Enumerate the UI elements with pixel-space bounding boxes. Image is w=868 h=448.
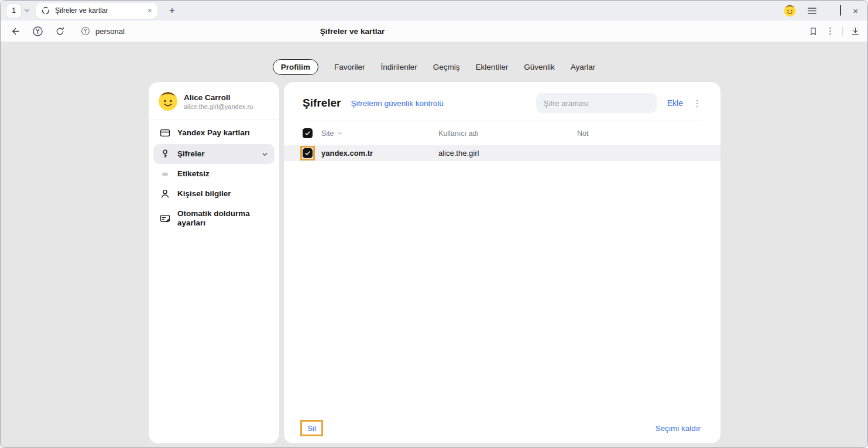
profile-name: Alice Carroll	[184, 93, 253, 102]
tab-indirilenler[interactable]: İndirilenler	[381, 63, 417, 71]
site-badge-icon[interactable]	[80, 26, 91, 36]
row-site: yandex.com.tr	[321, 149, 438, 158]
tag-icon	[159, 170, 171, 178]
panel-footer: Sil Seçimi kaldır	[284, 413, 721, 443]
profile-card[interactable]: Alice Carroll alice.the.girl@yandex.ru	[149, 86, 279, 118]
sort-chevron-icon[interactable]	[337, 131, 342, 136]
maximize-button[interactable]	[840, 5, 841, 16]
sidebar-item-autofill-settings[interactable]: Otomatik doldurma ayarları	[153, 205, 275, 232]
sidebar: Alice Carroll alice.the.girl@yandex.ru Y…	[149, 82, 279, 443]
column-site[interactable]: Site	[321, 129, 334, 138]
tab-favoriler[interactable]: Favoriler	[334, 63, 365, 71]
tab-group-badge[interactable]: 1	[6, 4, 21, 18]
browser-panels-icon[interactable]	[808, 7, 816, 15]
security-check-link[interactable]: Şifrelerin güvenlik kontrolü	[351, 99, 443, 108]
tab-title: Şifreler ve kartlar	[55, 6, 143, 15]
tab-strip: 1 Şifreler ve kartlar × +	[1, 1, 867, 20]
password-search-input[interactable]	[536, 93, 657, 113]
new-tab-button[interactable]: +	[164, 5, 180, 16]
browser-logo-icon	[41, 6, 50, 15]
bank-card-icon	[159, 127, 171, 139]
settings-nav-tabs: Profilim Favoriler İndirilenler Geçmiş E…	[1, 59, 867, 75]
toolbar-menu-icon[interactable]: ⋮	[826, 26, 835, 36]
sidebar-divider	[149, 119, 279, 119]
table-header: Site Kullanıcı adı Not	[284, 121, 721, 145]
yandex-home-button[interactable]	[30, 23, 45, 39]
row-checkbox[interactable]	[303, 148, 313, 158]
sidebar-item-yandex-pay-cards[interactable]: Yandex Pay kartları	[153, 123, 275, 143]
tab-eklentiler[interactable]: Eklentiler	[476, 63, 509, 71]
tab-gecmis[interactable]: Geçmiş	[433, 63, 460, 71]
browser-tab[interactable]: Şifreler ve kartlar ×	[36, 3, 157, 19]
profile-email: alice.the.girl@yandex.ru	[184, 103, 253, 110]
address-bar[interactable]: personal Şifreler ve kartlar	[80, 23, 802, 40]
row-username: alice.the.girl	[438, 149, 577, 158]
browser-window: 1 Şifreler ve kartlar × +	[0, 0, 868, 448]
browser-toolbar: personal Şifreler ve kartlar ⋮	[1, 20, 867, 42]
select-all-checkbox[interactable]	[303, 128, 313, 138]
sidebar-item-untagged[interactable]: Etiketsiz	[153, 165, 275, 183]
panel-title: Şifreler	[303, 97, 341, 110]
back-button[interactable]	[8, 23, 23, 39]
window-close-button[interactable]: ×	[853, 6, 858, 15]
column-username[interactable]: Kullanıcı adı	[438, 129, 577, 138]
toolbar-page-title: Şifreler ve kartlar	[320, 27, 385, 36]
delete-button[interactable]: Sil	[307, 424, 316, 433]
toolbar-divider	[842, 26, 843, 36]
annotation-highlight: Sil	[300, 420, 323, 436]
avatar	[158, 91, 178, 111]
tab-group-chevron-icon[interactable]	[24, 8, 30, 13]
tab-close-icon[interactable]: ×	[147, 6, 152, 15]
bookmark-icon[interactable]	[808, 26, 818, 36]
person-icon	[159, 188, 171, 200]
passwords-panel: Şifreler Şifrelerin güvenlik kontrolü Ek…	[284, 82, 721, 443]
annotation-highlight	[300, 146, 315, 160]
tab-ayarlar[interactable]: Ayarlar	[571, 63, 596, 71]
autofill-icon	[159, 213, 171, 224]
panel-menu-icon[interactable]: ⋮	[692, 98, 702, 109]
clear-selection-button[interactable]: Seçimi kaldır	[656, 424, 701, 433]
download-icon[interactable]	[850, 26, 860, 36]
tab-profilim[interactable]: Profilim	[273, 59, 318, 75]
refresh-button[interactable]	[52, 23, 67, 39]
add-password-button[interactable]: Ekle	[667, 98, 683, 108]
sidebar-item-personal-info[interactable]: Kişisel bilgiler	[153, 184, 275, 204]
chevron-down-icon[interactable]	[261, 151, 269, 158]
profile-avatar[interactable]	[784, 5, 796, 17]
tab-guvenlik[interactable]: Güvenlik	[524, 63, 555, 71]
key-icon	[159, 148, 171, 160]
sidebar-item-passwords[interactable]: Şifreler	[153, 144, 275, 164]
column-note[interactable]: Not	[577, 129, 702, 138]
password-row[interactable]: yandex.com.tr alice.the.girl	[284, 145, 721, 161]
address-text: personal	[95, 27, 125, 36]
